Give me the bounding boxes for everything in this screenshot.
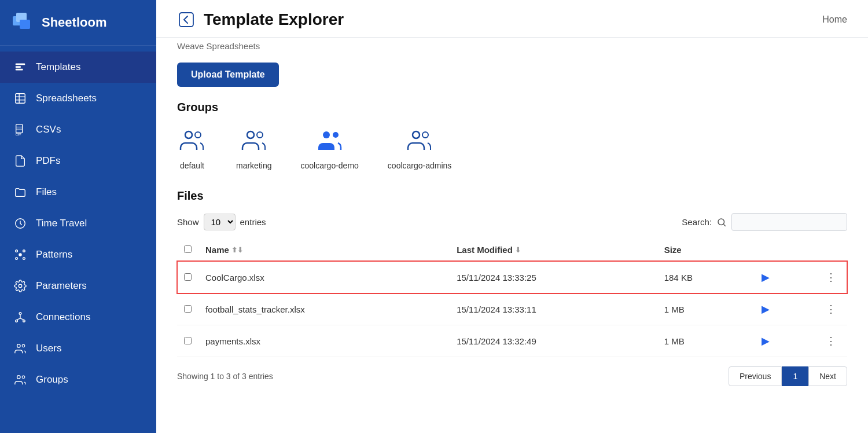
spreadsheets-icon xyxy=(13,91,28,106)
row-1-more-cell: ⋮ xyxy=(815,261,847,293)
group-name-coolcargo-admins: coolcargo-admins xyxy=(388,160,452,171)
entries-select[interactable]: 10 25 50 xyxy=(204,214,236,230)
sidebar-item-templates-label: Templates xyxy=(36,61,80,73)
svg-point-17 xyxy=(23,250,25,252)
sidebar-item-spreadsheets[interactable]: Spreadsheets xyxy=(0,83,156,114)
group-item-marketing[interactable]: marketing xyxy=(236,124,271,171)
page-1-button[interactable]: 1 xyxy=(782,366,808,386)
svg-rect-31 xyxy=(179,13,193,27)
group-icon-marketing xyxy=(239,124,269,155)
svg-rect-3 xyxy=(16,64,25,65)
sidebar-item-csvs-label: CSVs xyxy=(36,124,61,135)
sidebar-item-templates[interactable]: Templates xyxy=(0,52,156,83)
row-1-play-button[interactable]: ▶ xyxy=(758,270,773,285)
back-icon[interactable] xyxy=(177,10,196,29)
row-1-checkbox[interactable] xyxy=(184,273,192,281)
templates-icon xyxy=(13,60,28,75)
row-2-play-button[interactable]: ▶ xyxy=(758,302,773,317)
search-input[interactable] xyxy=(731,213,847,231)
table-body: CoolCargo.xlsx 15/11/2024 13:33:25 184 K… xyxy=(177,261,847,357)
svg-point-35 xyxy=(257,132,263,138)
header-actions xyxy=(751,239,815,261)
svg-rect-5 xyxy=(16,69,23,71)
header-left: Template Explorer xyxy=(177,10,344,29)
row-2-checkbox[interactable] xyxy=(184,305,192,313)
svg-point-40 xyxy=(718,219,724,225)
svg-line-26 xyxy=(20,318,24,320)
next-button[interactable]: Next xyxy=(808,366,847,386)
svg-point-20 xyxy=(19,284,22,288)
header-checkbox-cell xyxy=(177,239,198,261)
sidebar-item-patterns[interactable]: Patterns xyxy=(0,239,156,270)
sidebar-item-groups-label: Groups xyxy=(36,374,68,386)
row-3-play-button[interactable]: ▶ xyxy=(758,333,773,348)
patterns-icon xyxy=(13,247,28,262)
sidebar-item-groups[interactable]: Groups xyxy=(0,364,156,395)
group-icon-coolcargo-demo xyxy=(315,124,345,155)
header-name[interactable]: Name ⬆⬇ xyxy=(198,239,450,261)
show-label: Show xyxy=(177,217,199,227)
last-modified-sort-icon[interactable]: ⬇ xyxy=(515,246,521,254)
logo-area: Sheetloom xyxy=(0,0,156,46)
files-icon xyxy=(13,185,28,200)
group-name-coolcargo-demo: coolcargo-demo xyxy=(300,160,358,171)
svg-line-25 xyxy=(17,318,20,320)
search-icon xyxy=(716,217,727,227)
groups-section: Groups default xyxy=(177,101,847,171)
row-checkbox-cell xyxy=(177,293,198,325)
row-3-play-cell: ▶ xyxy=(751,325,815,357)
sidebar-item-time-travel-label: Time Travel xyxy=(36,218,87,229)
svg-point-15 xyxy=(19,253,22,256)
upload-template-button[interactable]: Upload Template xyxy=(177,63,279,87)
page-header: Template Explorer Home xyxy=(156,0,868,38)
row-checkbox-cell xyxy=(177,325,198,357)
groups-row: default marketing xyxy=(177,124,847,171)
svg-rect-10 xyxy=(16,124,23,133)
group-item-coolcargo-admins[interactable]: coolcargo-admins xyxy=(388,124,452,171)
svg-point-30 xyxy=(22,376,25,379)
svg-point-22 xyxy=(16,320,18,322)
group-item-coolcargo-demo[interactable]: coolcargo-demo xyxy=(300,124,358,171)
svg-point-18 xyxy=(16,258,18,260)
sidebar-item-users-label: Users xyxy=(36,343,61,354)
row-3-size: 1 MB xyxy=(657,325,751,357)
time-travel-icon xyxy=(13,216,28,231)
name-sort-icon[interactable]: ⬆⬇ xyxy=(231,246,243,254)
row-1-play-cell: ▶ xyxy=(751,261,815,293)
row-2-more-button[interactable]: ⋮ xyxy=(822,302,840,317)
sidebar-item-files[interactable]: Files xyxy=(0,177,156,208)
files-table: Name ⬆⬇ Last Modified ⬇ xyxy=(177,239,847,357)
last-modified-col-label: Last Modified xyxy=(457,245,513,255)
svg-rect-4 xyxy=(16,66,21,68)
sidebar-item-csvs[interactable]: CSV CSVs xyxy=(0,114,156,145)
svg-point-16 xyxy=(16,250,18,252)
pdfs-icon xyxy=(13,153,28,168)
sidebar-item-connections[interactable]: Connections xyxy=(0,302,156,333)
header-last-modified[interactable]: Last Modified ⬇ xyxy=(450,239,657,261)
search-area: Search: xyxy=(682,213,847,231)
files-controls: Show 10 25 50 entries Search: xyxy=(177,213,847,231)
size-col-label: Size xyxy=(664,245,682,255)
home-link[interactable]: Home xyxy=(822,14,847,25)
row-3-checkbox[interactable] xyxy=(184,337,192,344)
main-content: Template Explorer Home Weave Spreadsheet… xyxy=(156,0,868,433)
previous-button[interactable]: Previous xyxy=(729,366,782,386)
select-all-checkbox[interactable] xyxy=(184,245,192,253)
svg-point-37 xyxy=(333,132,339,138)
svg-rect-6 xyxy=(16,94,25,104)
svg-point-28 xyxy=(22,344,25,347)
sidebar-item-connections-label: Connections xyxy=(36,311,91,323)
svg-point-39 xyxy=(422,132,428,138)
sidebar-item-users[interactable]: Users xyxy=(0,333,156,364)
group-icon-coolcargo-admins xyxy=(404,124,435,155)
row-1-more-button[interactable]: ⋮ xyxy=(822,270,840,285)
sidebar-item-pdfs[interactable]: PDFs xyxy=(0,145,156,177)
group-item-default[interactable]: default xyxy=(177,124,207,171)
svg-point-33 xyxy=(195,132,201,138)
row-2-name: football_stats_tracker.xlsx xyxy=(198,293,450,325)
sidebar-item-parameters[interactable]: Parameters xyxy=(0,270,156,302)
row-3-more-button[interactable]: ⋮ xyxy=(822,333,840,348)
show-entries-control: Show 10 25 50 entries xyxy=(177,214,266,230)
sidebar-item-time-travel[interactable]: Time Travel xyxy=(0,208,156,239)
svg-point-36 xyxy=(323,131,330,138)
